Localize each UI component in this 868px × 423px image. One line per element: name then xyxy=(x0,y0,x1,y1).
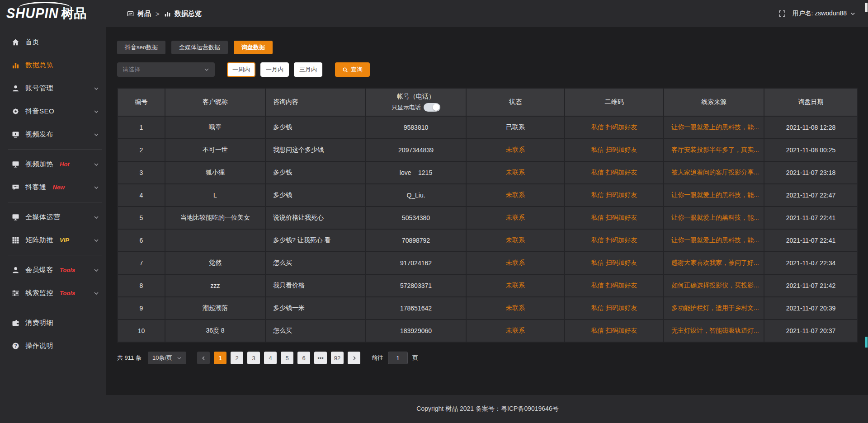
monitor-icon xyxy=(12,160,19,168)
qr-link-cell[interactable]: 私信 扫码加好友 xyxy=(565,184,664,207)
prev-page-button[interactable] xyxy=(197,352,210,364)
sidebar-item-video-publish[interactable]: 视频发布 xyxy=(0,123,106,146)
sidebar-item-expense-detail[interactable]: 消费明细 xyxy=(0,311,106,334)
wallet-icon xyxy=(12,319,19,327)
source-link-cell[interactable]: 客厅安装投影半年多了，真实... xyxy=(664,139,764,161)
range-button-one-week[interactable]: 一周内 xyxy=(227,62,255,77)
search-button-label: 查询 xyxy=(351,66,363,74)
username-label[interactable]: 用户名: zswodun88 xyxy=(792,9,847,18)
fullscreen-icon[interactable] xyxy=(778,10,786,17)
goto-page: 前往 页 xyxy=(372,352,418,364)
arrow-left-icon xyxy=(201,356,206,361)
phone-only-toggle[interactable] xyxy=(424,103,440,112)
search-icon xyxy=(342,67,348,73)
sidebar-item-douketong[interactable]: 抖客通New xyxy=(0,176,106,199)
nickname-cell: 觉然 xyxy=(165,252,265,274)
sidebar-item-douyin-seo[interactable]: 抖音SEO xyxy=(0,100,106,123)
row-id: 4 xyxy=(118,184,165,207)
page-button-1[interactable]: 1 xyxy=(214,352,226,364)
page-button-4[interactable]: 4 xyxy=(264,352,277,364)
chevron-down-icon xyxy=(94,185,99,190)
tab-douyin-seo-data[interactable]: 抖音seo数据 xyxy=(117,41,165,54)
source-link-cell[interactable]: 让你一眼就爱上的黑科技，能... xyxy=(664,116,764,139)
main-area: 树品 > 数据总览 用户名: zswodun88 抖音seo数据全媒体运营数据询… xyxy=(106,0,868,423)
table-row: 4L多少钱Q_Liu.未联系私信 扫码加好友让你一眼就爱上的黑科技，能...20… xyxy=(118,184,858,207)
chevron-down-icon xyxy=(94,268,99,273)
filter-select[interactable]: 请选择 xyxy=(117,62,215,77)
sidebar-item-member-baoke[interactable]: 会员爆客Tools xyxy=(0,258,106,282)
table-row: 2不可一世我想问这个多少钱2097344839未联系私信 扫码加好友客厅安装投影… xyxy=(118,139,858,161)
content-cell: 多少钱一米 xyxy=(265,297,366,320)
source-link-cell[interactable]: 让你一眼就爱上的黑科技，能... xyxy=(664,207,764,229)
scrollbar-thumb-secondary[interactable] xyxy=(865,337,868,348)
range-button-three-month[interactable]: 三月内 xyxy=(294,62,322,77)
qr-link-cell[interactable]: 私信 扫码加好友 xyxy=(565,139,664,161)
source-link-cell[interactable]: 让你一眼就爱上的黑科技，能... xyxy=(664,229,764,252)
table-body: 1哦章多少钱9583810已联系私信 扫码加好友让你一眼就爱上的黑科技，能...… xyxy=(118,116,858,342)
scrollbar-thumb[interactable] xyxy=(865,3,868,12)
sidebar-item-data-overview[interactable]: 数据总览 xyxy=(0,54,106,77)
status-cell: 未联系 xyxy=(466,297,565,320)
qr-link-cell[interactable]: 私信 扫码加好友 xyxy=(565,252,664,274)
select-chevron-icon xyxy=(204,67,209,72)
source-link-cell[interactable]: 让你一眼就爱上的黑科技，能... xyxy=(664,184,764,207)
source-link-cell[interactable]: 被大家追着问的客厅投影分享... xyxy=(664,161,764,184)
row-id: 5 xyxy=(118,207,165,229)
tab-omni-media-data[interactable]: 全媒体运营数据 xyxy=(171,41,228,54)
qr-link-cell[interactable]: 私信 扫码加好友 xyxy=(565,116,664,139)
qr-link-cell[interactable]: 私信 扫码加好友 xyxy=(565,274,664,297)
sidebar-item-video-heat[interactable]: 视频加热Hot xyxy=(0,153,106,176)
page-button-5[interactable]: 5 xyxy=(281,352,293,364)
qr-link-cell[interactable]: 私信 扫码加好友 xyxy=(565,297,664,320)
source-link-cell[interactable]: 感谢大家喜欢我家，被问了好... xyxy=(664,252,764,274)
range-buttons: 一周内一月内三月内 xyxy=(227,62,322,77)
bar-chart-icon xyxy=(12,61,19,69)
next-page-button[interactable] xyxy=(348,352,360,364)
page-button-3[interactable]: 3 xyxy=(247,352,260,364)
goto-page-input[interactable] xyxy=(388,352,408,364)
sidebar-divider xyxy=(8,202,102,202)
app-logo[interactable]: SHUPIN 树品 xyxy=(0,0,106,27)
sidebar-item-label: 消费明细 xyxy=(25,319,53,327)
qr-link-cell[interactable]: 私信 扫码加好友 xyxy=(565,161,664,184)
search-button[interactable]: 查询 xyxy=(335,62,370,77)
range-button-one-month[interactable]: 一月内 xyxy=(260,62,289,77)
page-button-2[interactable]: 2 xyxy=(231,352,243,364)
source-link-cell[interactable]: 如何正确选择投影仪，买投影... xyxy=(664,274,764,297)
app-root: SHUPIN 树品 首页数据总览账号管理抖音SEO视频发布视频加热Hot抖客通N… xyxy=(0,0,868,423)
sidebar-item-lead-monitor[interactable]: 线索监控Tools xyxy=(0,282,106,305)
table-row: 1哦章多少钱9583810已联系私信 扫码加好友让你一眼就爱上的黑科技，能...… xyxy=(118,116,858,139)
filter-bar: 请选择 一周内一月内三月内 查询 xyxy=(117,62,858,77)
page-ellipsis-button[interactable]: ••• xyxy=(314,352,327,364)
page-button-6[interactable]: 6 xyxy=(297,352,310,364)
table-row: 3狐小狸多少钱love__1215未联系私信 扫码加好友被大家追着问的客厅投影分… xyxy=(118,161,858,184)
sidebar-item-label: 全媒体运营 xyxy=(25,213,61,221)
sidebar-item-label: 首页 xyxy=(25,38,39,47)
qr-link-cell[interactable]: 私信 扫码加好友 xyxy=(565,229,664,252)
source-link-cell[interactable]: 无主灯设计，智能磁吸轨道灯... xyxy=(664,320,764,342)
total-count-label: 共 911 条 xyxy=(117,354,142,362)
content-cell: 多少钱 xyxy=(265,161,366,184)
user-menu-chevron-icon[interactable] xyxy=(850,11,855,16)
qr-link-cell[interactable]: 私信 扫码加好友 xyxy=(565,207,664,229)
sidebar-nav: 首页数据总览账号管理抖音SEO视频发布视频加热Hot抖客通New全媒体运营矩阵助… xyxy=(0,27,106,357)
chat-icon xyxy=(12,183,19,191)
qr-link-cell[interactable]: 私信 扫码加好友 xyxy=(565,320,664,342)
breadcrumb-item-root[interactable]: 树品 xyxy=(137,9,151,18)
content-cell: 我想问这个多少钱 xyxy=(265,139,366,161)
sidebar-item-help[interactable]: ?操作说明 xyxy=(0,334,106,357)
chart-mini-icon xyxy=(164,10,171,17)
source-link-cell[interactable]: 多功能护栏灯，适用于乡村文... xyxy=(664,297,764,320)
page-size-value: 10条/页 xyxy=(152,354,172,362)
topbar-right: 用户名: zswodun88 xyxy=(778,9,855,18)
sidebar-item-account-manage[interactable]: 账号管理 xyxy=(0,77,106,100)
sidebar-item-label: 抖客通 xyxy=(25,183,47,192)
sidebar-item-matrix-boost[interactable]: 矩阵助推VIP xyxy=(0,229,106,252)
page-size-select[interactable]: 10条/页 xyxy=(148,352,186,364)
sidebar-item-label: 会员爆客 xyxy=(25,266,53,274)
page-button-92[interactable]: 92 xyxy=(331,352,344,364)
tab-inquiry-data[interactable]: 询盘数据 xyxy=(234,41,273,54)
row-id: 6 xyxy=(118,229,165,252)
sidebar-item-home[interactable]: 首页 xyxy=(0,31,106,54)
sidebar-item-omni-media[interactable]: 全媒体运营 xyxy=(0,206,106,229)
